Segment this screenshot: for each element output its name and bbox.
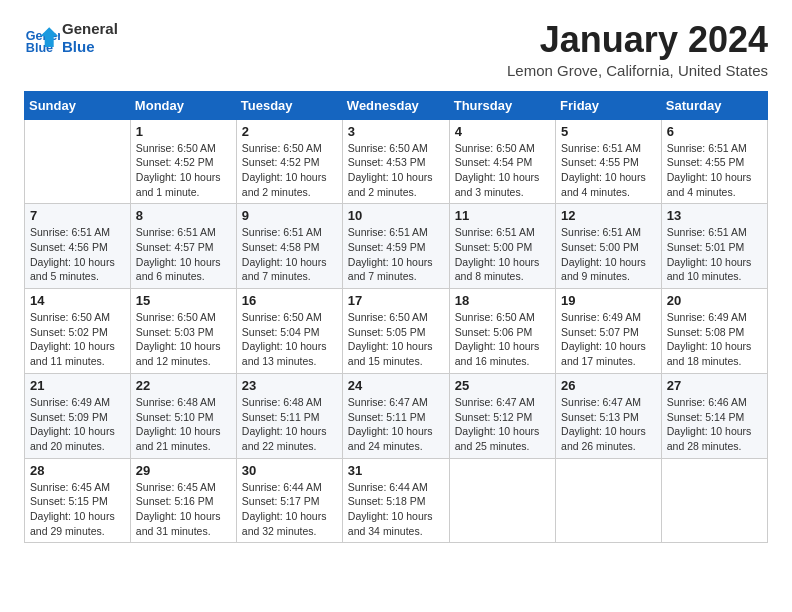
calendar-cell — [661, 458, 767, 543]
calendar-cell: 20Sunrise: 6:49 AMSunset: 5:08 PMDayligh… — [661, 289, 767, 374]
calendar-cell — [25, 119, 131, 204]
day-info: Sunrise: 6:49 AMSunset: 5:08 PMDaylight:… — [667, 310, 762, 369]
day-number: 22 — [136, 378, 231, 393]
day-number: 2 — [242, 124, 337, 139]
calendar-week-row: 1Sunrise: 6:50 AMSunset: 4:52 PMDaylight… — [25, 119, 768, 204]
day-info: Sunrise: 6:51 AMSunset: 5:00 PMDaylight:… — [561, 225, 656, 284]
col-thursday: Thursday — [449, 91, 555, 119]
day-info: Sunrise: 6:46 AMSunset: 5:14 PMDaylight:… — [667, 395, 762, 454]
logo-icon: General Blue — [24, 20, 60, 56]
calendar-header-row: Sunday Monday Tuesday Wednesday Thursday… — [25, 91, 768, 119]
calendar-cell: 19Sunrise: 6:49 AMSunset: 5:07 PMDayligh… — [556, 289, 662, 374]
calendar-table: Sunday Monday Tuesday Wednesday Thursday… — [24, 91, 768, 544]
calendar-cell: 21Sunrise: 6:49 AMSunset: 5:09 PMDayligh… — [25, 373, 131, 458]
calendar-week-row: 21Sunrise: 6:49 AMSunset: 5:09 PMDayligh… — [25, 373, 768, 458]
day-number: 17 — [348, 293, 444, 308]
day-number: 18 — [455, 293, 550, 308]
day-number: 3 — [348, 124, 444, 139]
day-number: 9 — [242, 208, 337, 223]
day-info: Sunrise: 6:51 AMSunset: 4:55 PMDaylight:… — [561, 141, 656, 200]
calendar-cell: 17Sunrise: 6:50 AMSunset: 5:05 PMDayligh… — [342, 289, 449, 374]
calendar-cell: 1Sunrise: 6:50 AMSunset: 4:52 PMDaylight… — [130, 119, 236, 204]
logo-text: General Blue — [62, 20, 118, 56]
day-number: 14 — [30, 293, 125, 308]
calendar-cell: 5Sunrise: 6:51 AMSunset: 4:55 PMDaylight… — [556, 119, 662, 204]
calendar-cell: 4Sunrise: 6:50 AMSunset: 4:54 PMDaylight… — [449, 119, 555, 204]
day-number: 16 — [242, 293, 337, 308]
col-monday: Monday — [130, 91, 236, 119]
day-info: Sunrise: 6:51 AMSunset: 4:56 PMDaylight:… — [30, 225, 125, 284]
calendar-cell: 15Sunrise: 6:50 AMSunset: 5:03 PMDayligh… — [130, 289, 236, 374]
day-info: Sunrise: 6:51 AMSunset: 4:55 PMDaylight:… — [667, 141, 762, 200]
day-info: Sunrise: 6:47 AMSunset: 5:11 PMDaylight:… — [348, 395, 444, 454]
day-info: Sunrise: 6:50 AMSunset: 5:06 PMDaylight:… — [455, 310, 550, 369]
calendar-cell: 28Sunrise: 6:45 AMSunset: 5:15 PMDayligh… — [25, 458, 131, 543]
col-saturday: Saturday — [661, 91, 767, 119]
day-info: Sunrise: 6:44 AMSunset: 5:17 PMDaylight:… — [242, 480, 337, 539]
calendar-cell: 2Sunrise: 6:50 AMSunset: 4:52 PMDaylight… — [236, 119, 342, 204]
day-number: 27 — [667, 378, 762, 393]
day-number: 19 — [561, 293, 656, 308]
day-info: Sunrise: 6:48 AMSunset: 5:10 PMDaylight:… — [136, 395, 231, 454]
day-info: Sunrise: 6:49 AMSunset: 5:07 PMDaylight:… — [561, 310, 656, 369]
calendar-cell: 18Sunrise: 6:50 AMSunset: 5:06 PMDayligh… — [449, 289, 555, 374]
location-title: Lemon Grove, California, United States — [507, 62, 768, 79]
logo-blue: Blue — [62, 38, 95, 55]
day-number: 21 — [30, 378, 125, 393]
month-title: January 2024 — [507, 20, 768, 60]
day-number: 23 — [242, 378, 337, 393]
calendar-cell: 16Sunrise: 6:50 AMSunset: 5:04 PMDayligh… — [236, 289, 342, 374]
day-number: 6 — [667, 124, 762, 139]
calendar-cell — [449, 458, 555, 543]
calendar-cell — [556, 458, 662, 543]
day-info: Sunrise: 6:50 AMSunset: 4:53 PMDaylight:… — [348, 141, 444, 200]
day-info: Sunrise: 6:51 AMSunset: 5:01 PMDaylight:… — [667, 225, 762, 284]
day-number: 20 — [667, 293, 762, 308]
day-number: 30 — [242, 463, 337, 478]
calendar-cell: 14Sunrise: 6:50 AMSunset: 5:02 PMDayligh… — [25, 289, 131, 374]
day-info: Sunrise: 6:51 AMSunset: 5:00 PMDaylight:… — [455, 225, 550, 284]
day-info: Sunrise: 6:44 AMSunset: 5:18 PMDaylight:… — [348, 480, 444, 539]
day-info: Sunrise: 6:50 AMSunset: 5:04 PMDaylight:… — [242, 310, 337, 369]
day-info: Sunrise: 6:47 AMSunset: 5:13 PMDaylight:… — [561, 395, 656, 454]
day-number: 15 — [136, 293, 231, 308]
calendar-cell: 13Sunrise: 6:51 AMSunset: 5:01 PMDayligh… — [661, 204, 767, 289]
day-info: Sunrise: 6:50 AMSunset: 4:54 PMDaylight:… — [455, 141, 550, 200]
calendar-cell: 6Sunrise: 6:51 AMSunset: 4:55 PMDaylight… — [661, 119, 767, 204]
calendar-cell: 24Sunrise: 6:47 AMSunset: 5:11 PMDayligh… — [342, 373, 449, 458]
logo-general: General — [62, 20, 118, 37]
day-number: 8 — [136, 208, 231, 223]
calendar-cell: 23Sunrise: 6:48 AMSunset: 5:11 PMDayligh… — [236, 373, 342, 458]
calendar-cell: 25Sunrise: 6:47 AMSunset: 5:12 PMDayligh… — [449, 373, 555, 458]
calendar-cell: 31Sunrise: 6:44 AMSunset: 5:18 PMDayligh… — [342, 458, 449, 543]
day-info: Sunrise: 6:50 AMSunset: 5:05 PMDaylight:… — [348, 310, 444, 369]
day-info: Sunrise: 6:45 AMSunset: 5:15 PMDaylight:… — [30, 480, 125, 539]
calendar-cell: 30Sunrise: 6:44 AMSunset: 5:17 PMDayligh… — [236, 458, 342, 543]
calendar-cell: 11Sunrise: 6:51 AMSunset: 5:00 PMDayligh… — [449, 204, 555, 289]
day-info: Sunrise: 6:50 AMSunset: 5:02 PMDaylight:… — [30, 310, 125, 369]
calendar-cell: 8Sunrise: 6:51 AMSunset: 4:57 PMDaylight… — [130, 204, 236, 289]
day-info: Sunrise: 6:50 AMSunset: 5:03 PMDaylight:… — [136, 310, 231, 369]
title-block: January 2024 Lemon Grove, California, Un… — [507, 20, 768, 79]
day-number: 31 — [348, 463, 444, 478]
calendar-cell: 29Sunrise: 6:45 AMSunset: 5:16 PMDayligh… — [130, 458, 236, 543]
calendar-cell: 12Sunrise: 6:51 AMSunset: 5:00 PMDayligh… — [556, 204, 662, 289]
day-info: Sunrise: 6:50 AMSunset: 4:52 PMDaylight:… — [136, 141, 231, 200]
col-friday: Friday — [556, 91, 662, 119]
calendar-cell: 7Sunrise: 6:51 AMSunset: 4:56 PMDaylight… — [25, 204, 131, 289]
day-number: 1 — [136, 124, 231, 139]
day-info: Sunrise: 6:47 AMSunset: 5:12 PMDaylight:… — [455, 395, 550, 454]
day-number: 13 — [667, 208, 762, 223]
logo: General Blue General Blue — [24, 20, 118, 56]
calendar-cell: 3Sunrise: 6:50 AMSunset: 4:53 PMDaylight… — [342, 119, 449, 204]
calendar-cell: 22Sunrise: 6:48 AMSunset: 5:10 PMDayligh… — [130, 373, 236, 458]
day-info: Sunrise: 6:48 AMSunset: 5:11 PMDaylight:… — [242, 395, 337, 454]
day-number: 10 — [348, 208, 444, 223]
day-info: Sunrise: 6:45 AMSunset: 5:16 PMDaylight:… — [136, 480, 231, 539]
calendar-cell: 9Sunrise: 6:51 AMSunset: 4:58 PMDaylight… — [236, 204, 342, 289]
day-info: Sunrise: 6:49 AMSunset: 5:09 PMDaylight:… — [30, 395, 125, 454]
page-header: General Blue General Blue January 2024 L… — [24, 20, 768, 79]
day-number: 25 — [455, 378, 550, 393]
day-number: 24 — [348, 378, 444, 393]
day-number: 12 — [561, 208, 656, 223]
